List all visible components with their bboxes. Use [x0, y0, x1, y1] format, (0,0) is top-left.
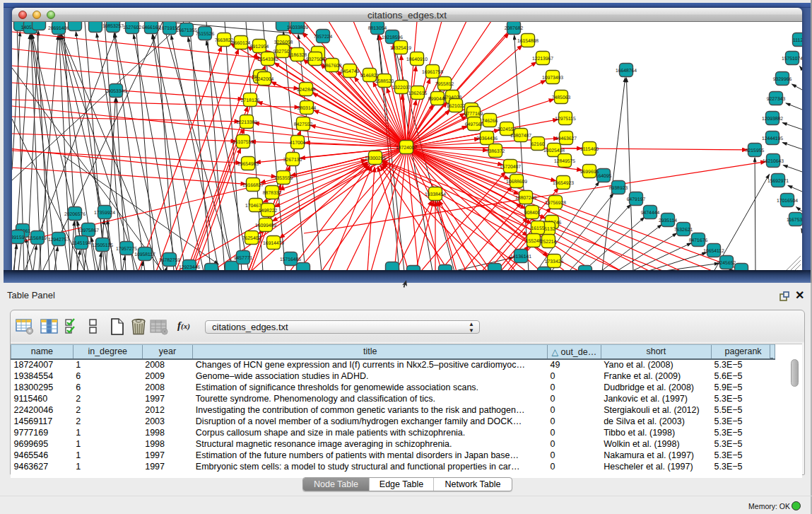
svg-text:1353559: 1353559: [274, 176, 293, 181]
svg-text:8878332: 8878332: [263, 191, 282, 196]
svg-text:10973493: 10973493: [542, 76, 563, 81]
svg-text:33975867: 33975867: [78, 228, 99, 233]
svg-text:1362615: 1362615: [408, 91, 428, 96]
svg-text:164095: 164095: [596, 174, 612, 179]
svg-text:10688609: 10688609: [506, 180, 527, 185]
svg-text:2803144: 2803144: [298, 106, 317, 111]
svg-text:8427552: 8427552: [294, 122, 313, 127]
svg-text:10025438: 10025438: [543, 148, 565, 153]
svg-text:1527602: 1527602: [123, 25, 142, 30]
svg-text:39159: 39159: [12, 235, 25, 240]
svg-text:18640910: 18640910: [406, 57, 428, 62]
svg-text:7386372: 7386372: [486, 149, 505, 154]
svg-text:12505135: 12505135: [92, 243, 113, 248]
svg-text:7625402: 7625402: [242, 236, 261, 241]
svg-text:14136141: 14136141: [510, 255, 531, 259]
svg-text:12444195: 12444195: [762, 136, 783, 141]
svg-text:18724007: 18724007: [396, 146, 417, 151]
svg-text:9457771: 9457771: [234, 256, 253, 261]
svg-text:2718126: 2718126: [241, 98, 260, 103]
svg-text:16099489: 16099489: [255, 223, 276, 228]
svg-text:19166827: 19166827: [242, 183, 264, 188]
svg-text:9474444: 9474444: [641, 211, 660, 216]
svg-text:18300295: 18300295: [365, 156, 386, 161]
svg-text:7955812: 7955812: [435, 82, 454, 87]
svg-text:9699695: 9699695: [580, 170, 599, 175]
svg-text:8938923: 8938923: [609, 186, 628, 191]
svg-text:16154808: 16154808: [517, 39, 539, 44]
svg-text:12213967: 12213967: [532, 57, 553, 62]
svg-text:8471676: 8471676: [689, 238, 708, 243]
svg-text:20691406: 20691406: [48, 26, 69, 31]
svg-text:13325419: 13325419: [390, 46, 411, 51]
svg-text:17957275: 17957275: [116, 247, 137, 252]
svg-text:155248: 155248: [526, 239, 542, 244]
svg-text:2087682: 2087682: [505, 26, 524, 31]
svg-text:12849575: 12849575: [554, 159, 575, 164]
svg-text:1733426: 1733426: [545, 259, 564, 264]
svg-text:20206576: 20206576: [64, 212, 86, 217]
svg-text:10654112: 10654112: [703, 249, 724, 254]
svg-text:12213389: 12213389: [236, 120, 257, 125]
svg-text:15720407: 15720407: [500, 165, 521, 170]
svg-text:19756928: 19756928: [545, 201, 566, 206]
svg-text:16210643: 16210643: [763, 159, 784, 164]
svg-text:19338454: 19338454: [425, 192, 446, 197]
svg-text:9146821: 9146821: [360, 74, 379, 78]
svg-text:16782759: 16782759: [159, 258, 180, 263]
svg-text:8186328: 8186328: [288, 53, 307, 58]
svg-text:12093882: 12093882: [762, 117, 783, 122]
svg-text:12942757: 12942757: [48, 238, 69, 243]
svg-text:3267130: 3267130: [283, 158, 302, 163]
svg-text:9777169: 9777169: [464, 112, 483, 117]
svg-text:7515526: 7515526: [196, 32, 215, 37]
svg-text:15716485: 15716485: [280, 257, 301, 262]
svg-text:16914479: 16914479: [263, 241, 284, 246]
svg-text:16543382: 16543382: [257, 57, 278, 62]
svg-text:29053346: 29053346: [105, 89, 126, 94]
svg-text:10807487: 10807487: [510, 134, 531, 139]
svg-text:16155: 16155: [531, 226, 545, 231]
svg-text:19218596: 19218596: [382, 35, 403, 40]
svg-text:62160: 62160: [531, 142, 545, 147]
svg-text:908400: 908400: [524, 211, 541, 216]
svg-text:6479197: 6479197: [627, 197, 646, 202]
svg-text:10853257: 10853257: [102, 24, 124, 29]
svg-text:417004: 417004: [290, 141, 306, 146]
svg-text:16648764: 16648764: [616, 69, 637, 74]
svg-text:6466160: 6466160: [142, 25, 161, 30]
svg-text:7632621: 7632621: [674, 228, 693, 233]
svg-text:1498222: 1498222: [259, 209, 278, 214]
svg-text:16961758: 16961758: [422, 70, 443, 75]
svg-text:11123: 11123: [793, 38, 802, 43]
svg-text:9115460: 9115460: [580, 147, 599, 152]
svg-text:1156819: 1156819: [28, 236, 47, 241]
svg-text:7485063: 7485063: [552, 95, 571, 100]
svg-text:19654923: 19654923: [553, 181, 574, 186]
svg-text:1145194: 1145194: [72, 241, 90, 246]
svg-text:9329966: 9329966: [773, 77, 792, 82]
svg-text:16107553: 16107553: [233, 140, 254, 145]
svg-text:16671355: 16671355: [176, 28, 197, 33]
svg-text:8454749: 8454749: [341, 69, 360, 74]
svg-text:3024554: 3024554: [498, 127, 517, 132]
svg-text:12975115: 12975115: [555, 117, 576, 122]
svg-text:10958117: 10958117: [134, 252, 155, 257]
svg-text:8912954: 8912954: [250, 45, 269, 49]
svg-text:7357224: 7357224: [314, 35, 333, 40]
svg-text:1621022: 1621022: [447, 104, 466, 109]
svg-text:2867608: 2867608: [323, 64, 342, 69]
svg-text:7663822: 7663822: [215, 38, 234, 43]
svg-text:2242004: 2242004: [255, 77, 274, 82]
svg-text:17016504: 17016504: [777, 199, 798, 204]
svg-text:8215955: 8215955: [746, 148, 765, 153]
svg-text:15692971: 15692971: [767, 179, 789, 184]
svg-text:9327508: 9327508: [306, 57, 325, 62]
svg-text:746266: 746266: [482, 119, 498, 124]
svg-text:9227343: 9227343: [767, 97, 786, 102]
svg-text:18807249: 18807249: [515, 196, 536, 201]
svg-text:12923446: 12923446: [179, 265, 200, 270]
svg-text:9242848: 9242848: [297, 88, 316, 93]
svg-text:2935114: 2935114: [659, 218, 677, 223]
svg-text:9245652: 9245652: [717, 261, 736, 266]
